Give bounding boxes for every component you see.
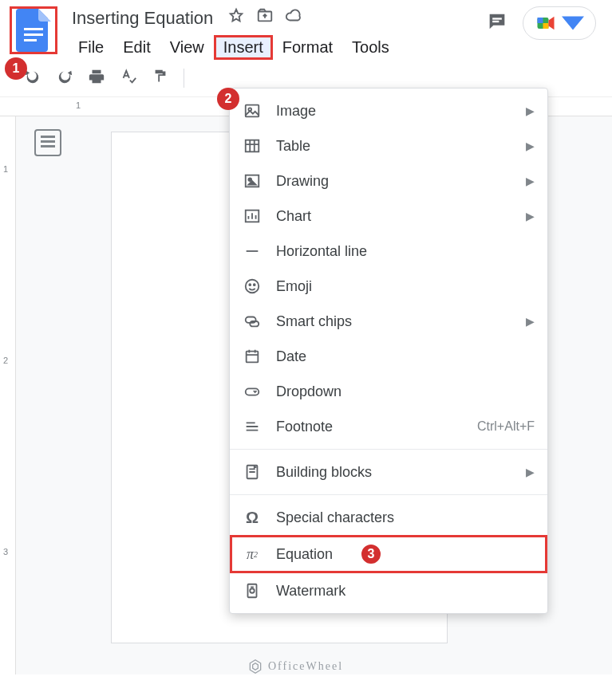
annotation-step-1: 1 (5, 57, 27, 80)
menu-view[interactable]: View (160, 35, 214, 60)
svg-rect-9 (246, 105, 259, 117)
menu-item-emoji[interactable]: Emoji (230, 269, 547, 304)
equation-icon: π2 (243, 545, 262, 564)
svg-rect-20 (247, 352, 259, 363)
toolbar-separator (184, 69, 184, 88)
comment-history-icon[interactable] (486, 10, 508, 36)
menu-item-label: Watermark (276, 583, 345, 600)
menu-file[interactable]: File (69, 35, 113, 60)
meet-button[interactable] (523, 6, 596, 40)
svg-rect-5 (492, 21, 499, 22)
svg-rect-2 (24, 39, 37, 41)
annotation-step-2: 2 (217, 88, 239, 110)
menu-item-chart[interactable]: Chart ▶ (230, 199, 547, 234)
date-icon (243, 347, 262, 366)
dropdown-icon (243, 382, 262, 401)
menu-item-date[interactable]: Date (230, 339, 547, 374)
menu-item-label: Footnote (276, 419, 333, 435)
svg-rect-0 (24, 28, 43, 30)
menu-item-label: Building blocks (276, 464, 372, 481)
menu-item-label: Image (276, 103, 316, 120)
svg-point-17 (254, 284, 255, 285)
menu-tools[interactable]: Tools (342, 35, 399, 60)
menu-item-label: Horizontal line (276, 243, 367, 260)
outline-panel (16, 116, 80, 674)
menu-separator (230, 449, 547, 450)
menu-edit[interactable]: Edit (113, 35, 160, 60)
horizontal-line-icon (243, 242, 262, 261)
menu-item-label: Chart (276, 208, 311, 225)
submenu-arrow-icon: ▶ (526, 175, 535, 187)
svg-rect-7 (538, 18, 543, 23)
svg-point-13 (248, 178, 251, 181)
redo-icon[interactable] (56, 68, 73, 88)
svg-point-24 (250, 588, 255, 593)
submenu-arrow-icon: ▶ (526, 140, 535, 152)
drawing-icon (243, 171, 262, 191)
vruler-tick: 3 (3, 547, 8, 556)
submenu-arrow-icon: ▶ (526, 466, 535, 478)
annotation-step-3: 3 (360, 543, 382, 565)
print-icon[interactable] (88, 68, 105, 88)
building-blocks-icon (243, 462, 262, 482)
menu-item-image[interactable]: Image ▶ (230, 93, 547, 128)
submenu-arrow-icon: ▶ (526, 315, 535, 328)
table-icon (243, 136, 262, 155)
docs-logo-highlight (10, 6, 57, 54)
smartchips-icon (243, 312, 262, 331)
svg-rect-8 (543, 23, 549, 29)
menu-item-watermark[interactable]: Watermark (230, 573, 547, 608)
menu-item-label: Special characters (276, 509, 394, 526)
menu-item-building-blocks[interactable]: Building blocks ▶ (230, 454, 547, 490)
ruler-tick-1: 1 (76, 100, 81, 110)
menubar: File Edit View Insert Format Tools (69, 35, 486, 60)
footnote-icon (243, 417, 262, 436)
docs-icon[interactable] (16, 9, 51, 52)
vertical-ruler[interactable]: 1 2 3 (0, 116, 16, 674)
svg-rect-1 (24, 33, 43, 36)
menu-item-drawing[interactable]: Drawing ▶ (230, 163, 547, 199)
svg-rect-11 (246, 140, 259, 152)
vruler-tick: 2 (3, 356, 8, 365)
star-icon[interactable] (227, 7, 245, 29)
emoji-icon (243, 277, 262, 296)
omega-icon: Ω (243, 508, 262, 527)
menu-item-label: Table (276, 138, 310, 155)
menu-item-label: Dropdown (276, 383, 342, 400)
menu-item-label: Date (276, 348, 306, 365)
insert-menu-dropdown: Image ▶ Table ▶ Drawing ▶ Chart ▶ Horizo… (229, 88, 548, 614)
cloud-status-icon[interactable] (285, 7, 302, 29)
svg-rect-4 (492, 18, 502, 19)
menu-item-smartchips[interactable]: Smart chips ▶ (230, 304, 547, 339)
svg-rect-23 (248, 584, 257, 598)
menu-item-footnote[interactable]: Footnote Ctrl+Alt+F (230, 409, 547, 444)
chart-icon (243, 206, 262, 226)
svg-point-15 (246, 280, 259, 293)
hex-logo-icon (247, 659, 263, 674)
menu-item-label: Equation (276, 546, 333, 563)
menu-item-table[interactable]: Table ▶ (230, 128, 547, 163)
svg-point-16 (249, 284, 251, 285)
document-title[interactable]: Inserting Equation (69, 6, 216, 30)
image-icon (243, 101, 262, 120)
outline-toggle-icon[interactable] (34, 129, 61, 156)
meet-icon (535, 12, 557, 34)
submenu-arrow-icon: ▶ (526, 210, 535, 222)
menu-item-dropdown[interactable]: Dropdown (230, 374, 547, 409)
move-icon[interactable] (256, 7, 274, 29)
menu-format[interactable]: Format (273, 35, 342, 60)
dropdown-caret-icon (562, 12, 584, 34)
menu-item-special-characters[interactable]: Ω Special characters (230, 500, 547, 535)
paint-format-icon[interactable] (152, 68, 169, 88)
app-header: Inserting Equation File Edit View Insert… (0, 0, 612, 60)
watermark-icon (243, 581, 262, 600)
brand-watermark: OfficeWheel (247, 659, 343, 674)
menu-insert[interactable]: Insert (214, 35, 273, 60)
menu-item-hline[interactable]: Horizontal line (230, 234, 547, 269)
spellcheck-icon[interactable] (120, 68, 137, 88)
menu-item-equation[interactable]: π2 Equation 3 (230, 535, 547, 573)
menu-shortcut: Ctrl+Alt+F (477, 419, 535, 434)
menu-separator (230, 494, 547, 495)
vruler-tick: 1 (3, 164, 8, 174)
menu-item-label: Drawing (276, 173, 329, 190)
